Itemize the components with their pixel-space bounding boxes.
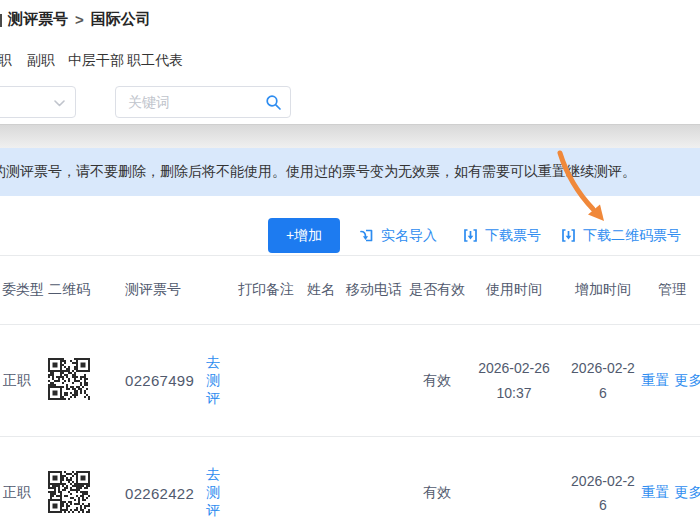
ticket-management-page: 测评票号 > 国际公司 正职 副职 中层干部 职工代表 的测评票号，请不要删除，…	[0, 0, 700, 525]
realname-import-button[interactable]: 实名导入	[358, 218, 437, 253]
download-qr-tickets-button[interactable]: 下载二维码票号	[560, 218, 681, 253]
search-icon[interactable]	[265, 94, 282, 111]
edge-clipped-icon	[0, 14, 2, 27]
valid-status: 有效	[408, 484, 466, 502]
tab-zhigongdaibiao[interactable]: 职工代表	[127, 52, 183, 70]
col-header-used-at: 使用时间	[466, 281, 562, 299]
breadcrumb-current[interactable]: 测评票号	[8, 10, 68, 29]
go-evaluate-link[interactable]: 去测评	[206, 466, 230, 520]
section-gap	[0, 125, 700, 148]
tab-zhengzhi[interactable]: 正职	[0, 52, 12, 70]
ticket-number: 02267499	[125, 372, 194, 389]
breadcrumb-separator: >	[75, 11, 84, 28]
go-evaluate-link[interactable]: 去测评	[206, 354, 230, 408]
committee-type: 正职	[0, 484, 46, 502]
ticket-number: 02262422	[125, 485, 194, 502]
tab-zhongcengganbu[interactable]: 中层干部	[68, 52, 124, 70]
keyword-search	[115, 86, 291, 118]
download-icon	[462, 227, 479, 244]
more-link[interactable]: 更多	[675, 372, 700, 390]
tab-fuzhi[interactable]: 副职	[27, 52, 55, 70]
added-time: 2026-02-26	[571, 469, 635, 518]
col-header-ticket: 测评票号	[123, 281, 230, 299]
committee-type: 正职	[0, 372, 46, 390]
download-icon	[560, 227, 577, 244]
added-time: 2026-02-26	[571, 356, 635, 405]
table-row: 正职 02262422 去测评 有效 2026-02-26 重置 更多	[0, 437, 700, 525]
realname-import-label: 实名导入	[381, 227, 437, 245]
more-link[interactable]: 更多	[675, 484, 700, 502]
col-header-added-at: 增加时间	[562, 281, 644, 299]
table-header-row: 委类型 二维码 测评票号 打印备注 姓名 移动电话 是否有效 使用时间 增加时间…	[0, 256, 700, 325]
valid-status: 有效	[408, 372, 466, 390]
import-icon	[358, 227, 375, 244]
add-button[interactable]: +增加	[268, 218, 340, 253]
col-header-name: 姓名	[302, 281, 340, 299]
breadcrumb-section: 国际公司	[91, 10, 151, 29]
qr-code-image	[48, 358, 90, 400]
download-qr-tickets-label: 下载二维码票号	[583, 227, 681, 245]
table-row: 正职 02267499 去测评 有效 2026-02-26 10:37 2026…	[0, 325, 700, 437]
reset-link[interactable]: 重置	[642, 484, 670, 502]
qr-code-image	[48, 471, 90, 513]
col-header-valid: 是否有效	[408, 281, 466, 299]
download-tickets-label: 下载票号	[485, 227, 541, 245]
breadcrumb: 测评票号 > 国际公司	[8, 10, 151, 29]
reset-link[interactable]: 重置	[642, 372, 670, 390]
col-header-manage: 管理	[644, 281, 700, 299]
col-header-printnote: 打印备注	[230, 281, 302, 299]
chevron-down-icon	[54, 100, 65, 107]
used-time: 2026-02-26 10:37	[471, 356, 557, 405]
download-tickets-button[interactable]: 下载票号	[462, 218, 541, 253]
tickets-table: 委类型 二维码 测评票号 打印备注 姓名 移动电话 是否有效 使用时间 增加时间…	[0, 256, 700, 525]
col-header-qr: 二维码	[46, 281, 123, 299]
notice-bar: 的测评票号，请不要删除，删除后将不能使用。使用过的票号变为无效票，如有需要可以重…	[0, 148, 700, 196]
col-header-mobile: 移动电话	[340, 281, 408, 299]
filter-select[interactable]	[0, 86, 76, 118]
notice-text: 的测评票号，请不要删除，删除后将不能使用。使用过的票号变为无效票，如有需要可以重…	[0, 163, 636, 181]
col-header-type: 委类型	[0, 281, 46, 299]
